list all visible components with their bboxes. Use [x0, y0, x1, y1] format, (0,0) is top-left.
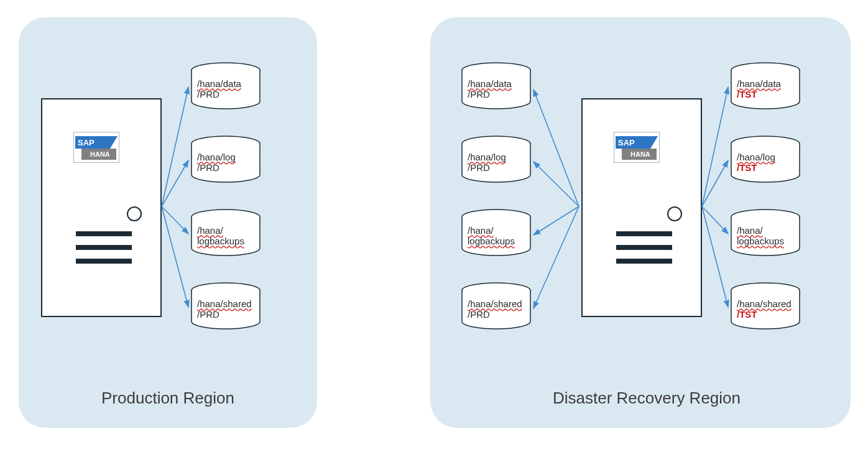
svg-line-29	[533, 206, 579, 308]
svg-line-33	[702, 206, 728, 307]
dr-arrows	[0, 0, 868, 435]
svg-line-27	[533, 162, 579, 206]
svg-line-30	[702, 87, 728, 206]
svg-line-26	[533, 90, 579, 206]
svg-line-31	[702, 160, 728, 206]
